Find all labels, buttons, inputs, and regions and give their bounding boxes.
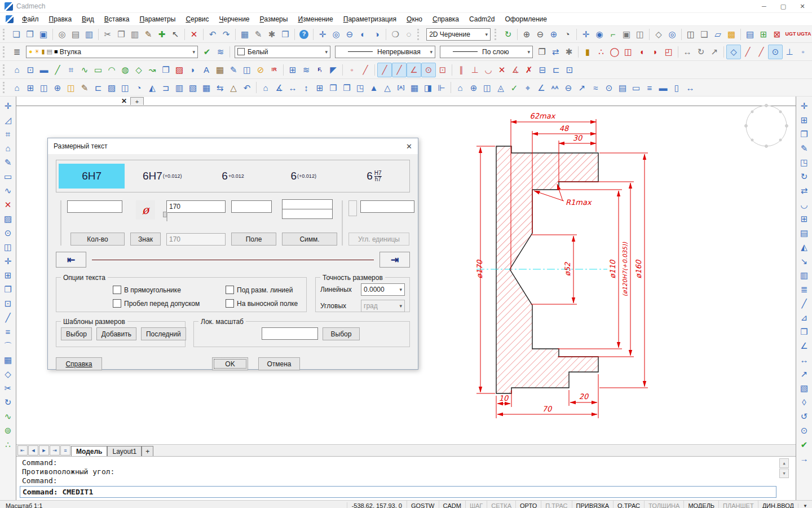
sheet2-icon[interactable]: ❒ <box>797 325 811 339</box>
block-icon[interactable]: ❐ <box>159 63 173 77</box>
zoom-extents-icon[interactable]: ⊕ <box>547 28 561 41</box>
pencil-tool-icon[interactable]: ✎ <box>1 155 15 169</box>
parallel-icon[interactable]: ∥ <box>454 63 468 77</box>
toggle-otrack[interactable]: О.ТРАС <box>613 501 644 508</box>
maximize-button[interactable]: ▢ <box>774 0 793 12</box>
open-icon[interactable]: ❐ <box>23 28 37 41</box>
grid-tool-icon[interactable]: ⌗ <box>1 127 15 141</box>
construction-line-icon[interactable]: ▬ <box>37 63 51 77</box>
nominal-slider[interactable] <box>166 212 167 221</box>
sign-button[interactable]: Знак <box>130 233 161 246</box>
border-icon[interactable]: ▭ <box>629 81 643 94</box>
toolbar-grip[interactable] <box>3 82 8 93</box>
toggle-gostw[interactable]: GOSTW <box>407 501 439 508</box>
center-icon[interactable]: ⊕ <box>51 81 64 94</box>
copy-tool-icon[interactable]: ❐ <box>1 282 15 296</box>
eyedropper-icon[interactable]: ✚ <box>155 28 169 41</box>
polyline-icon[interactable]: ∿ <box>78 63 91 77</box>
swap-icon[interactable]: ⇆ <box>213 81 227 94</box>
list-lines-icon[interactable]: ≡ <box>643 81 656 94</box>
toggle-model[interactable]: МОДЕЛЬ <box>683 501 718 508</box>
command-input[interactable]: Command: CMEDIT1 <box>20 486 776 498</box>
save-icon[interactable]: ▣ <box>37 28 50 41</box>
snap-points-icon[interactable]: ∴ <box>594 45 608 59</box>
dim-leader-icon[interactable]: ❐ <box>340 81 354 94</box>
export-icon[interactable]: ▥ <box>82 28 96 41</box>
endpoint-snap-icon[interactable]: ◦ <box>345 63 359 77</box>
dim-style-icon[interactable]: ◫ <box>240 63 254 77</box>
spring-icon[interactable]: ≋ <box>299 63 313 77</box>
arc-icon[interactable]: ◠ <box>105 63 118 77</box>
zoom-in-icon[interactable]: ⊕ <box>520 28 533 41</box>
attach-icon[interactable]: ✎ <box>251 28 265 41</box>
menu-insert[interactable]: Вставка <box>99 14 135 24</box>
format-sample-tolerance[interactable]: 6H7(+0.012) <box>129 164 195 189</box>
match-props-icon[interactable]: ❐ <box>535 45 549 59</box>
prev-tab-icon[interactable]: ◄ <box>28 445 38 456</box>
r-mode-button[interactable]: !R <box>267 63 281 77</box>
hatch-edit-icon[interactable]: ▨ <box>105 81 118 94</box>
viewports-icon[interactable]: ◫ <box>684 28 698 41</box>
ok-check-icon[interactable]: ✔ <box>797 437 811 452</box>
pin-icon[interactable]: ⊙ <box>797 423 811 437</box>
ucs-icon[interactable]: ⌐ <box>606 28 620 41</box>
snap-line-icon[interactable]: ╱ <box>741 45 754 59</box>
slash-icon[interactable]: ╱ <box>797 296 811 310</box>
half-cylinder-icon[interactable]: ◫ <box>621 45 635 59</box>
ellipse-icon[interactable]: ⊘ <box>254 63 267 77</box>
angle-snap-icon[interactable]: ∡ <box>509 63 522 77</box>
stretch-icon[interactable]: ⊏ <box>91 81 105 94</box>
dim-note-icon[interactable]: ❒ <box>326 81 340 94</box>
symm-bottom-input[interactable] <box>282 209 333 219</box>
settings-icon[interactable]: ✱ <box>562 45 576 59</box>
toolbar-grip[interactable] <box>3 46 8 58</box>
unfold-icon[interactable]: ⊖ <box>562 81 575 94</box>
lock-angle-icon[interactable]: ↗ <box>708 45 721 59</box>
menu-view[interactable]: Вид <box>77 14 99 24</box>
snap-cen-icon[interactable]: ⊙ <box>421 63 436 77</box>
tab-add[interactable]: + <box>142 446 153 456</box>
bar-icon[interactable]: ▬ <box>656 81 670 94</box>
status-menu-icon[interactable]: ▼ <box>798 503 812 508</box>
tab-model[interactable]: Модель <box>71 446 107 456</box>
draft-mode-icon[interactable]: ⌂ <box>10 63 24 77</box>
frame-obj-icon[interactable]: ◳ <box>797 155 811 169</box>
lock-horizontal-icon[interactable]: ↔ <box>681 45 694 59</box>
tab-list-icon[interactable]: ≡ <box>60 445 70 456</box>
cell-icon[interactable]: ▯ <box>670 81 683 94</box>
toolbar-grip[interactable] <box>495 29 500 40</box>
corner-icon[interactable]: ◰ <box>662 45 676 59</box>
dim2-icon[interactable]: ↔ <box>797 353 811 367</box>
local-scale-choose-button[interactable]: Выбор <box>323 327 360 340</box>
offset-icon[interactable]: ⊐ <box>159 81 173 94</box>
print-icon[interactable]: ▤ <box>69 28 82 41</box>
hatch-icon[interactable]: ▨ <box>173 63 186 77</box>
circle-icon[interactable]: ◍ <box>118 63 132 77</box>
snap-box-icon[interactable]: ◇ <box>726 45 741 59</box>
stack-icon[interactable]: ≣ <box>797 282 811 296</box>
table-dim-icon[interactable]: ▦ <box>408 81 421 94</box>
text-frame-icon[interactable]: [A] <box>394 81 408 94</box>
align-icon[interactable]: ⊞ <box>24 81 37 94</box>
array2-icon[interactable]: ⊞ <box>797 212 811 226</box>
format-sample-deviation-paren[interactable]: 6(+0.012) <box>271 164 337 189</box>
document-close-icon[interactable]: ✕ <box>121 97 127 105</box>
toggle-snap-step[interactable]: ШАГ <box>465 501 487 508</box>
toggle-grid[interactable]: СЕТКА <box>487 501 515 508</box>
image-add-icon[interactable]: ⊞ <box>757 28 770 41</box>
orbit-constrained-icon[interactable]: ⊖ <box>343 28 356 41</box>
checkbox-icon[interactable] <box>226 286 234 294</box>
shell-icon[interactable]: ◗ <box>648 45 662 59</box>
checkbox-icon[interactable] <box>113 299 121 308</box>
dim-angular-icon[interactable]: ∡ <box>272 81 286 94</box>
grid-icon[interactable]: ⌗ <box>64 63 78 77</box>
mirror-icon[interactable]: ⇄ <box>797 183 811 198</box>
cut-icon[interactable]: ✂ <box>101 28 114 41</box>
update-icon[interactable]: ⇄ <box>549 45 562 59</box>
undo-icon[interactable]: ↶ <box>206 28 219 41</box>
part-section[interactable] <box>496 146 598 393</box>
diamond-icon[interactable]: ◊ <box>797 395 811 409</box>
image-remove-icon[interactable]: ⊠ <box>770 28 784 41</box>
checkbox-in-rectangle[interactable]: В прямоугольнике <box>113 286 226 294</box>
arc-edit-icon[interactable]: ◔ <box>132 81 145 94</box>
